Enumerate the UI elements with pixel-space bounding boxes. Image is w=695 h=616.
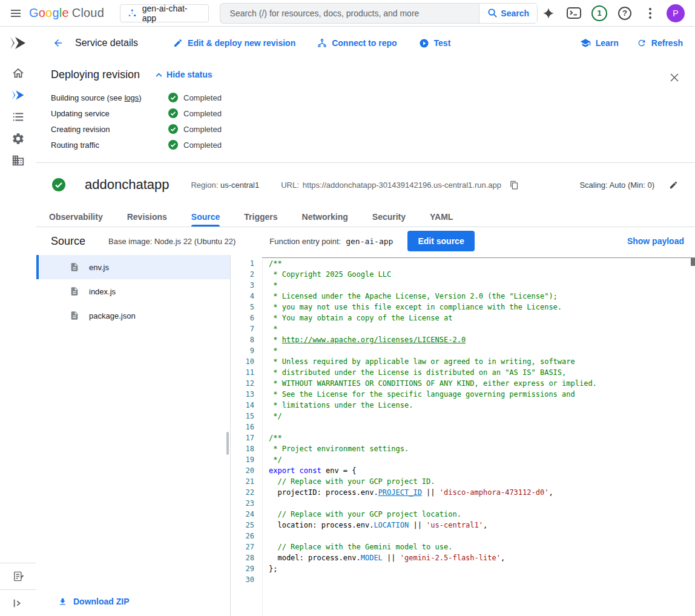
tab-networking[interactable]: Networking: [302, 207, 348, 227]
service-url-value: https://addonchatapp-301439142196.us-cen…: [303, 180, 501, 190]
line-number: 6: [231, 313, 254, 323]
tab-triggers[interactable]: Triggers: [244, 207, 277, 227]
rail-item-cloud-run[interactable]: [0, 84, 36, 106]
notifications-button[interactable]: 1: [588, 2, 610, 24]
code-editor[interactable]: 1234567891011121314151617181920212223242…: [231, 255, 695, 616]
actionbar-right: Learn Refresh: [580, 38, 683, 48]
back-arrow-icon: [53, 38, 64, 48]
code-line: * See the License for the specific langu…: [269, 389, 695, 400]
code-line: * Licensed under the Apache License, Ver…: [269, 291, 695, 302]
play-circle-icon: [419, 38, 429, 48]
base-image: Base image: Node.js 22 (Ubuntu 22): [108, 237, 236, 246]
edit-scaling-button[interactable]: [669, 180, 678, 190]
source-workspace: env.jsindex.jspackage.json Download ZIP …: [36, 255, 695, 616]
entry-point-value: gen-ai-app: [346, 237, 393, 246]
collapse-panel-icon: [13, 598, 24, 608]
back-button[interactable]: [47, 32, 69, 54]
file-list: env.jsindex.jspackage.json: [36, 255, 230, 328]
copy-url-button[interactable]: [510, 180, 519, 190]
deploy-step-status: Completed: [168, 93, 222, 102]
search-button[interactable]: Search: [479, 4, 537, 23]
google-cloud-logo: Google Cloud: [29, 6, 104, 20]
tab-observability[interactable]: Observability: [49, 207, 103, 227]
rail-item-list[interactable]: [0, 106, 36, 128]
edit-deploy-revision-button[interactable]: Edit & deploy new revision: [173, 38, 295, 48]
deploy-step-status: Completed: [168, 140, 222, 150]
logs-link[interactable]: logs: [124, 93, 139, 102]
file-item-env.js[interactable]: env.js: [36, 255, 230, 279]
gemini-button[interactable]: [538, 2, 559, 24]
connect-to-repo-button[interactable]: Connect to repo: [317, 38, 397, 48]
file-item-index.js[interactable]: index.js: [36, 279, 230, 303]
deploy-step-label: Creating revision: [51, 125, 168, 134]
line-number: 22: [231, 487, 254, 498]
tab-security[interactable]: Security: [372, 207, 406, 227]
rail-item-home[interactable]: [0, 62, 36, 84]
collapse-panel-button[interactable]: [0, 589, 36, 616]
deploy-step-status-text: Completed: [183, 93, 222, 102]
code-line: // Replace with your GCP project ID.: [269, 476, 695, 487]
file-panel-scrollbar[interactable]: [226, 432, 229, 455]
line-number: 19: [231, 454, 254, 465]
tab-yaml[interactable]: YAML: [430, 207, 453, 227]
project-selector[interactable]: gen-ai-chat-app: [120, 4, 209, 22]
close-panel-button[interactable]: [664, 67, 685, 88]
line-number-gutter: 1234567891011121314151617181920212223242…: [231, 258, 262, 616]
deploy-steps: Building source (see logs)CompletedUpdat…: [51, 90, 680, 153]
pencil-icon: [173, 38, 183, 48]
account-button[interactable]: P: [665, 2, 687, 24]
cloud-shell-button[interactable]: [563, 2, 585, 24]
show-payload-link[interactable]: Show payload: [627, 236, 684, 246]
service-region: Region: us-central1: [191, 180, 259, 190]
test-button[interactable]: Test: [419, 38, 451, 48]
line-number: 2: [231, 269, 254, 280]
download-zip-button[interactable]: Download ZIP: [36, 597, 230, 606]
line-number: 23: [231, 498, 254, 509]
search-input[interactable]: [220, 4, 479, 23]
deploy-step-status: Completed: [168, 124, 222, 134]
main-area: Service details Edit & deploy new revisi…: [0, 27, 695, 616]
file-panel: env.jsindex.jspackage.json Download ZIP: [36, 255, 231, 616]
help-button[interactable]: ?: [614, 2, 636, 24]
file-icon: [70, 311, 79, 320]
code-line: * limitations under the License.: [269, 400, 695, 411]
tab-source[interactable]: Source: [191, 207, 220, 227]
download-icon: [58, 597, 67, 606]
hide-status-toggle[interactable]: Hide status: [156, 70, 212, 79]
line-number: 15: [231, 411, 254, 422]
code-line: * Copyright 2025 Google LLC: [269, 269, 695, 280]
cloud-run-icon: [12, 90, 25, 101]
code-lines: /** * Copyright 2025 Google LLC * * Lice…: [262, 258, 695, 616]
more-options-button[interactable]: [639, 2, 661, 24]
hamburger-menu-button[interactable]: [5, 2, 27, 24]
chevron-up-icon: [156, 73, 162, 77]
file-icon: [70, 286, 79, 296]
edit-source-button[interactable]: Edit source: [407, 231, 474, 251]
line-number: 10: [231, 356, 254, 367]
learn-button[interactable]: Learn: [580, 38, 619, 48]
editor-top-border: [262, 257, 695, 258]
repo-icon: [317, 38, 327, 48]
source-heading: Source: [51, 235, 85, 248]
tab-revisions[interactable]: Revisions: [127, 207, 167, 227]
copy-icon: [510, 180, 519, 190]
file-name: package.json: [89, 311, 136, 320]
line-number: 3: [231, 280, 254, 291]
list-icon: [12, 110, 25, 124]
editor-scrollbar[interactable]: [691, 258, 695, 266]
line-number: 17: [231, 432, 254, 443]
rail-item-settings[interactable]: [0, 128, 36, 150]
code-line: * WITHOUT WARRANTIES OR CONDITIONS OF AN…: [269, 378, 695, 389]
file-name: index.js: [89, 287, 116, 296]
code-line: * You may obtain a copy of the License a…: [269, 313, 695, 323]
release-notes-button[interactable]: [0, 563, 36, 589]
line-number: 27: [231, 541, 254, 552]
line-number: 4: [231, 291, 254, 302]
top-bar: Google Cloud gen-ai-chat-app Search 1: [0, 0, 695, 27]
refresh-button[interactable]: Refresh: [637, 38, 683, 48]
check-circle-icon: [168, 140, 178, 150]
rail-item-domains[interactable]: [0, 150, 36, 171]
cloud-run-logo-icon: [10, 36, 27, 50]
deploy-step-status: Completed: [168, 108, 222, 118]
file-item-package.json[interactable]: package.json: [36, 303, 230, 328]
